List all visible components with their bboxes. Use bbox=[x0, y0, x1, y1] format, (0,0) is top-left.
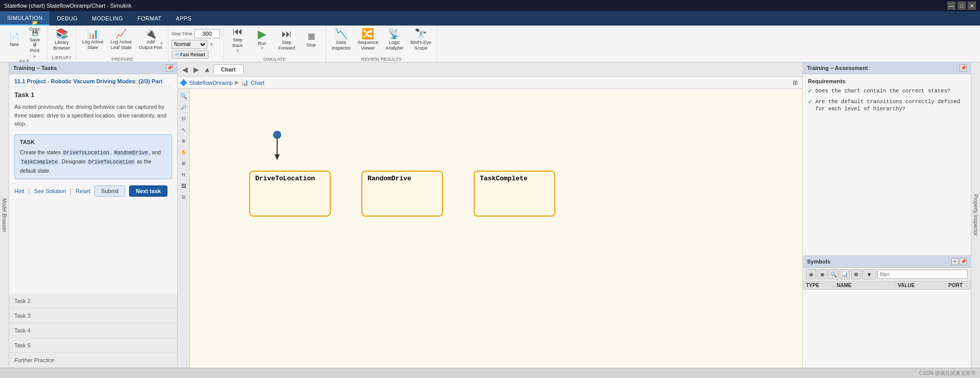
state-randomdrive[interactable]: RandomDrive bbox=[361, 171, 443, 217]
symbols-table-header: TYPE NAME VALUE PORT bbox=[803, 281, 971, 290]
menu-apps[interactable]: APPS bbox=[169, 11, 199, 26]
submit-button[interactable]: Submit bbox=[94, 185, 125, 197]
table-button[interactable]: ⊟ bbox=[179, 192, 189, 202]
assessment-pin-button[interactable]: 📌 bbox=[960, 64, 967, 72]
maximize-button[interactable]: □ bbox=[958, 2, 966, 10]
reset-link[interactable]: Reset bbox=[76, 188, 90, 194]
logic-analyzer-label: Logic Analyzer bbox=[385, 40, 403, 51]
select-tool[interactable]: ↖ bbox=[179, 125, 189, 135]
chart-canvas[interactable]: 🔍 🔎 ⊡ ↖ ⊕ ✋ ⊞ H 🖼 ⊟ DriveToLocation bbox=[178, 89, 802, 368]
req2-check: ✓ bbox=[808, 98, 812, 105]
step-back-button[interactable]: ⏮ Step Back ▼ bbox=[227, 26, 249, 54]
step-back-label: Step Back bbox=[233, 37, 243, 49]
close-button[interactable]: ✕ bbox=[968, 2, 976, 10]
print-button[interactable]: 🖨Print▼ bbox=[26, 45, 44, 56]
symbols-controls: + 📌 bbox=[951, 258, 967, 265]
run-button[interactable]: ▶ Run ▼ bbox=[251, 26, 274, 54]
review-group-label: REVIEW RESULTS bbox=[361, 57, 402, 62]
menu-debug[interactable]: DEBUG bbox=[50, 11, 85, 26]
tab-back-button[interactable]: ◀ bbox=[180, 64, 190, 75]
breadcrumb-chart[interactable]: Chart bbox=[251, 80, 264, 86]
hint-link[interactable]: Hint bbox=[14, 188, 24, 194]
library-group-label: LIBRARY bbox=[52, 55, 71, 60]
sym-btn1[interactable]: ⊕ bbox=[806, 269, 816, 279]
library-browser-button[interactable]: 📚 Library Browser bbox=[51, 27, 73, 53]
task5-item[interactable]: Task 5 bbox=[9, 338, 177, 353]
model-browser-sidebar[interactable]: Model Browser bbox=[0, 62, 9, 368]
zoom-out-button[interactable]: 🔎 bbox=[179, 102, 189, 112]
simulate-group-label: SIMULATE bbox=[263, 57, 285, 62]
minimize-button[interactable]: — bbox=[947, 2, 955, 10]
pan-tool[interactable]: ✋ bbox=[179, 147, 189, 157]
sym-btn5[interactable]: ⚙ bbox=[851, 269, 861, 279]
log-buttons-row: 📊 Log Active State 📈 Log Active Leaf Sta… bbox=[80, 26, 165, 54]
task5-label: Task 5 bbox=[14, 342, 31, 348]
menu-modeling[interactable]: MODELING bbox=[85, 11, 130, 26]
property-inspector-sidebar[interactable]: Property Inspector bbox=[971, 62, 980, 368]
stop-time-row: Stop Time bbox=[172, 29, 220, 38]
tab-up-button[interactable]: ▲ bbox=[202, 64, 212, 75]
birds-eye-button[interactable]: 🔭 Bird's-Eye Scope bbox=[408, 26, 434, 54]
sym-btn4[interactable]: 📊 bbox=[840, 269, 850, 279]
step-forward-button[interactable]: ⏭ Step Forward bbox=[276, 26, 298, 54]
right-panel: Training – Assessment 📌 Requirements ✓ D… bbox=[802, 62, 971, 368]
chart-tab[interactable]: Chart bbox=[213, 64, 243, 74]
zoom-tool[interactable]: ⊕ bbox=[179, 136, 189, 146]
tab-forward-button[interactable]: ▶ bbox=[191, 64, 201, 75]
task-actions: Hint | See Solution | Reset Submit Next … bbox=[14, 185, 172, 197]
fit-all-button[interactable]: H bbox=[179, 170, 189, 180]
log-active-state-button[interactable]: 📊 Log Active State bbox=[80, 26, 106, 54]
grid-button[interactable]: ⊞ bbox=[179, 158, 189, 169]
state-taskcomplete[interactable]: TaskComplete bbox=[474, 171, 555, 217]
symbols-add-button[interactable]: + bbox=[951, 258, 959, 265]
breadcrumb: 🔷 StateflowOnramp ▶ 📊 Chart bbox=[180, 79, 789, 86]
symbols-filter-input[interactable] bbox=[877, 270, 968, 279]
chart-nav-bar: 🔷 StateflowOnramp ▶ 📊 Chart ⊞ bbox=[178, 77, 802, 89]
add-output-port-button[interactable]: 🔌 Add Output Port ▼ bbox=[136, 26, 165, 54]
log-active-leaf-label: Log Active Leaf State bbox=[111, 39, 132, 51]
new-label: New bbox=[10, 42, 19, 47]
sym-btn3[interactable]: 🔍 bbox=[828, 269, 839, 279]
new-button[interactable]: 📄 New bbox=[5, 33, 23, 46]
next-task-button[interactable]: Next task bbox=[129, 185, 167, 197]
task1-desc: As noted previously, the driving behavio… bbox=[14, 103, 172, 128]
sequence-viewer-button[interactable]: 🔀 Sequence Viewer bbox=[355, 26, 381, 54]
log-active-leaf-button[interactable]: 📈 Log Active Leaf State bbox=[108, 26, 135, 54]
breadcrumb-root[interactable]: StateflowOnramp bbox=[189, 80, 233, 86]
step-forward-label: Step Forward bbox=[278, 40, 295, 51]
task2-item[interactable]: Task 2 bbox=[9, 294, 177, 309]
status-bar: CSDN @疯狂的麦克斯市 bbox=[0, 368, 980, 378]
sym-btn2[interactable]: ⊗ bbox=[817, 269, 827, 279]
task4-label: Task 4 bbox=[14, 327, 31, 334]
zoom-in-button[interactable]: 🔍 bbox=[179, 91, 189, 101]
left-panel: Training – Tasks 📌 11.1 Project - Roboti… bbox=[9, 62, 178, 368]
default-transition-origin bbox=[273, 131, 281, 139]
print-label: Print bbox=[30, 48, 40, 53]
data-inspector-button[interactable]: 📉 Data Inspector bbox=[329, 26, 353, 54]
see-solution-link[interactable]: See Solution bbox=[34, 188, 66, 194]
task4-item[interactable]: Task 4 bbox=[9, 323, 177, 338]
simulation-mode-select[interactable]: Normal bbox=[172, 40, 207, 49]
stop-button[interactable]: ⏹ Stop bbox=[300, 26, 323, 54]
fast-restart-button[interactable]: ↩ Fast Restart bbox=[172, 51, 209, 59]
panel-pin-button[interactable]: 📌 bbox=[166, 64, 173, 72]
task3-item[interactable]: Task 3 bbox=[9, 309, 177, 323]
assessment-title: Training – Assessment bbox=[807, 65, 868, 71]
nav-expand-button[interactable]: ⊞ bbox=[790, 78, 800, 88]
image-button[interactable]: 🖼 bbox=[179, 181, 189, 191]
task-box-content: Create the states DriveToLocation, Rando… bbox=[20, 148, 166, 175]
menu-format[interactable]: FORMAT bbox=[130, 11, 168, 26]
logic-analyzer-button[interactable]: 📡 Logic Analyzer bbox=[383, 26, 406, 54]
stateflow-icon: 🔷 bbox=[180, 79, 187, 86]
fit-button[interactable]: ⊡ bbox=[179, 113, 189, 124]
further-practice-item[interactable]: Further Practice bbox=[9, 353, 177, 368]
breadcrumb-chart-label: Chart bbox=[251, 80, 264, 86]
col-port: PORT bbox=[945, 281, 971, 289]
state-drivetolocation[interactable]: DriveToLocation bbox=[249, 171, 331, 217]
sym-dropdown[interactable]: ▼ bbox=[862, 269, 876, 279]
simulate-group: Stop Time Normal ▼ ↩ Fast Restart bbox=[168, 26, 224, 62]
symbols-pin-button[interactable]: 📌 bbox=[960, 258, 967, 265]
stop-time-input[interactable] bbox=[194, 29, 220, 38]
breadcrumb-root-label: StateflowOnramp bbox=[189, 80, 233, 86]
col-name: NAME bbox=[834, 281, 895, 289]
